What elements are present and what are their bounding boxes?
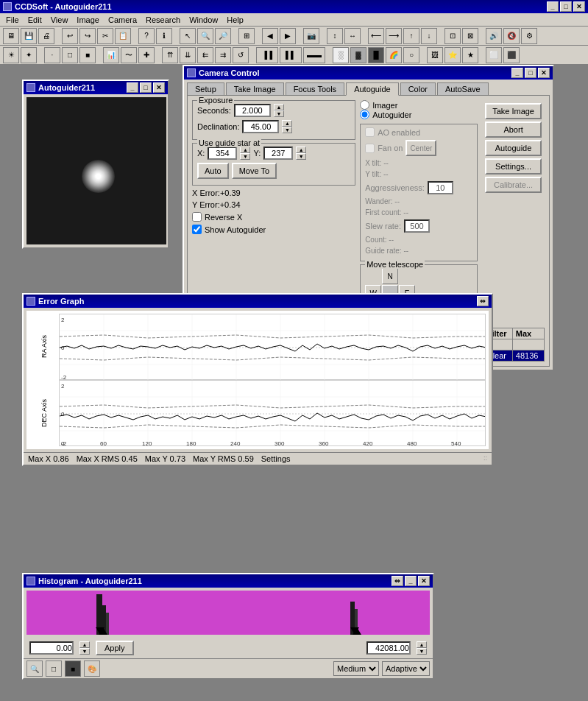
tab-take-image[interactable]: Take Image [226, 82, 284, 95]
tb-info[interactable]: ℹ [156, 28, 172, 44]
graph-resize[interactable]: :: [483, 454, 487, 463]
tb-cut[interactable]: ✂ [97, 28, 113, 44]
tb-misc[interactable]: ⚙ [521, 28, 537, 44]
tb2-proc1[interactable]: ⬜ [486, 47, 502, 63]
tb2-rainbow[interactable]: 🌈 [386, 47, 402, 63]
tb-rot2[interactable]: ↔ [344, 28, 361, 44]
right-triangle[interactable] [350, 627, 359, 635]
cam-restore[interactable]: □ [525, 68, 536, 78]
maximize-btn[interactable]: □ [560, 1, 572, 12]
show-ag-check[interactable] [192, 225, 202, 234]
take-image-btn[interactable]: Take Image [485, 103, 542, 119]
tb-fit2[interactable]: ⊠ [462, 28, 478, 44]
camera-title-bar[interactable]: Camera Control _ □ ✕ [184, 66, 553, 80]
hist-zoom-icon[interactable]: 🔍 [26, 661, 43, 677]
autoguide-btn[interactable]: Autoguide [485, 140, 542, 156]
move-to-btn[interactable]: Move To [232, 163, 277, 179]
tb2-sun[interactable]: ☀ [3, 47, 19, 63]
tab-setup[interactable]: Setup [187, 82, 224, 95]
cam-minimize[interactable]: _ [511, 68, 523, 78]
tb2-arr2[interactable]: ⇊ [180, 47, 196, 63]
compass-n[interactable]: N [382, 268, 398, 284]
ag-close[interactable]: ✕ [153, 82, 165, 93]
hist-apply-btn[interactable]: Apply [96, 641, 134, 655]
seconds-spinner[interactable]: ▲ ▼ [274, 104, 284, 117]
hist-minimize[interactable]: _ [405, 576, 417, 586]
guide-x-input[interactable] [208, 147, 237, 160]
guide-y-input[interactable] [263, 147, 293, 160]
tb2-img2[interactable]: ⭐ [444, 47, 461, 63]
tb-pointer[interactable]: ↖ [180, 28, 196, 44]
hist-rect-icon[interactable]: □ [46, 661, 62, 677]
seconds-up[interactable]: ▲ [274, 104, 284, 110]
tb-down[interactable]: ↓ [421, 28, 437, 44]
ag-minimize[interactable]: _ [127, 82, 138, 93]
tab-focus-tools[interactable]: Focus Tools [286, 82, 345, 95]
tab-autosave[interactable]: AutoSave [437, 82, 489, 95]
hist-restore[interactable]: ⇔ [392, 576, 403, 586]
tb2-cross[interactable]: ✚ [138, 47, 155, 63]
ag-maximize[interactable]: □ [140, 82, 152, 93]
seconds-input[interactable] [234, 104, 271, 117]
tb2-proc2[interactable]: ⬛ [503, 47, 520, 63]
tb2-img1[interactable]: 🖼 [427, 47, 443, 63]
tb2-gray2[interactable]: ▓ [350, 47, 366, 63]
tb-up[interactable]: ↑ [403, 28, 419, 44]
tb2-arr3[interactable]: ⇇ [197, 47, 213, 63]
tb-zoom-in[interactable]: 🔍 [197, 28, 213, 44]
fan-on-check[interactable] [365, 144, 375, 153]
tb-next[interactable]: ▶ [280, 28, 296, 44]
autoguider-radio[interactable] [360, 110, 369, 119]
tb-prev[interactable]: ◀ [262, 28, 278, 44]
guide-y-spinner[interactable]: ▲ ▼ [296, 147, 306, 160]
tb-undo[interactable]: ↩ [62, 28, 78, 44]
tb-grid[interactable]: ⊞ [238, 28, 255, 44]
declination-spinner[interactable]: ▲ ▼ [282, 120, 292, 133]
seconds-down[interactable]: ▼ [274, 110, 284, 117]
tb2-arr5[interactable]: ↺ [233, 47, 249, 63]
tb2-dot[interactable]: · [44, 47, 60, 63]
menu-help[interactable]: Help [222, 15, 248, 25]
ao-enabled-check[interactable] [365, 127, 375, 137]
hist-close[interactable]: ✕ [418, 576, 430, 586]
tb-rot1[interactable]: ↕ [327, 28, 343, 44]
tb2-b2[interactable]: ▌▌ [280, 47, 302, 63]
menu-image[interactable]: Image [72, 15, 104, 25]
tb-fit1[interactable]: ⊡ [444, 28, 461, 44]
hist-dark-icon[interactable]: ■ [65, 661, 81, 677]
guide-x-spinner[interactable]: ▲ ▼ [240, 147, 250, 160]
tb-camera[interactable]: 📷 [303, 28, 319, 44]
eg-restore[interactable]: ⇔ [477, 296, 489, 306]
tb-copy[interactable]: 📋 [115, 28, 131, 44]
hist-max-spinner[interactable]: ▲ ▼ [417, 641, 427, 655]
tb2-star[interactable]: ✦ [21, 47, 37, 63]
hist-adaptive-select[interactable]: Adaptive [382, 661, 430, 676]
tb2-sq2[interactable]: ■ [79, 47, 96, 63]
tb2-b3[interactable]: ▬▬ [303, 47, 325, 63]
tb-zoom-out[interactable]: 🔎 [215, 28, 231, 44]
menu-edit[interactable]: Edit [24, 15, 46, 25]
menu-file[interactable]: File [1, 15, 24, 25]
imager-radio[interactable] [360, 100, 369, 110]
tab-color[interactable]: Color [400, 82, 436, 95]
tb-mute[interactable]: 🔇 [503, 28, 520, 44]
menu-research[interactable]: Research [141, 15, 185, 25]
hist-min-spinner[interactable]: ▲ ▼ [79, 641, 90, 655]
left-triangle[interactable] [96, 627, 105, 635]
tb-print[interactable]: 🖨 [38, 28, 54, 44]
hist-min-input[interactable] [29, 641, 74, 655]
tb2-arr1[interactable]: ⇈ [162, 47, 178, 63]
tb2-chart[interactable]: 📊 [103, 47, 119, 63]
minimize-btn[interactable]: _ [547, 1, 559, 12]
dec-down[interactable]: ▼ [282, 127, 292, 133]
menu-window[interactable]: Window [185, 15, 222, 25]
settings-link[interactable]: Settings [261, 454, 291, 463]
tb-left[interactable]: ⟵ [368, 28, 384, 44]
tb2-gray3[interactable]: █ [368, 47, 384, 63]
tab-autoguide[interactable]: Autoguide [346, 82, 399, 96]
tb-sound[interactable]: 🔊 [486, 28, 502, 44]
hist-medium-select[interactable]: Medium [333, 661, 379, 676]
abort-btn[interactable]: Abort [485, 121, 542, 138]
settings-btn[interactable]: Settings... [485, 158, 542, 175]
tb-right[interactable]: ⟶ [386, 28, 402, 44]
